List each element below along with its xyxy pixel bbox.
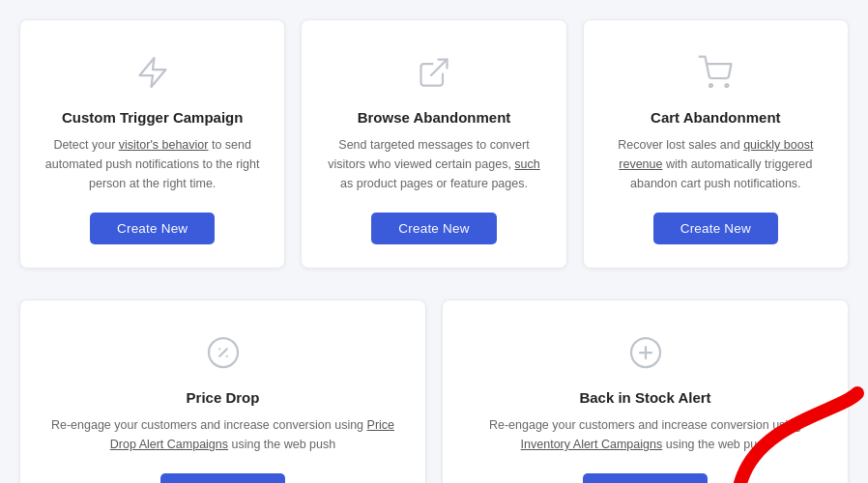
top-row: Custom Trigger Campaign Detect your visi… bbox=[19, 19, 849, 284]
card-price-drop-desc: Re-engage your customers and increase co… bbox=[43, 415, 402, 454]
svg-line-0 bbox=[431, 60, 448, 76]
card-cart-abandonment: Cart Abandonment Recover lost sales and … bbox=[583, 19, 849, 269]
card-custom-trigger: Custom Trigger Campaign Detect your visi… bbox=[19, 19, 285, 269]
bolt-icon bbox=[130, 49, 176, 96]
campaign-grid: Custom Trigger Campaign Detect your visi… bbox=[19, 19, 849, 483]
card-back-in-stock-desc: Re-engage your customers and increase co… bbox=[466, 415, 825, 454]
create-new-custom-trigger-button[interactable]: Create New bbox=[90, 213, 215, 244]
external-link-icon bbox=[411, 49, 457, 96]
card-price-drop: Price Drop Re-engage your customers and … bbox=[19, 299, 426, 483]
svg-line-4 bbox=[219, 349, 227, 356]
create-new-browse-abandonment-button[interactable]: Create New bbox=[371, 213, 496, 244]
card-browse-abandonment-title: Browse Abandonment bbox=[358, 109, 511, 126]
card-browse-abandonment-desc: Send targeted messages to convert visito… bbox=[325, 135, 542, 193]
create-new-cart-abandonment-button[interactable]: Create New bbox=[653, 213, 778, 244]
card-back-in-stock-title: Back in Stock Alert bbox=[579, 389, 710, 406]
svg-point-2 bbox=[726, 84, 729, 87]
bottom-row: Price Drop Re-engage your customers and … bbox=[19, 299, 849, 483]
cart-icon bbox=[692, 49, 738, 96]
card-price-drop-title: Price Drop bbox=[187, 389, 260, 406]
card-custom-trigger-desc: Detect your visitor's behavior to send a… bbox=[43, 135, 261, 193]
card-custom-trigger-title: Custom Trigger Campaign bbox=[62, 109, 244, 126]
card-back-in-stock: Back in Stock Alert Re-engage your custo… bbox=[442, 299, 849, 483]
create-new-price-drop-button[interactable]: Create New bbox=[160, 473, 285, 483]
percent-icon bbox=[200, 329, 246, 376]
card-cart-abandonment-title: Cart Abandonment bbox=[651, 109, 780, 126]
svg-point-1 bbox=[709, 84, 712, 87]
dollar-icon bbox=[622, 329, 669, 376]
create-new-back-in-stock-button[interactable]: Create New bbox=[583, 473, 708, 483]
card-cart-abandonment-desc: Recover lost sales and quickly boost rev… bbox=[607, 135, 825, 193]
card-browse-abandonment: Browse Abandonment Send targeted message… bbox=[301, 19, 566, 269]
